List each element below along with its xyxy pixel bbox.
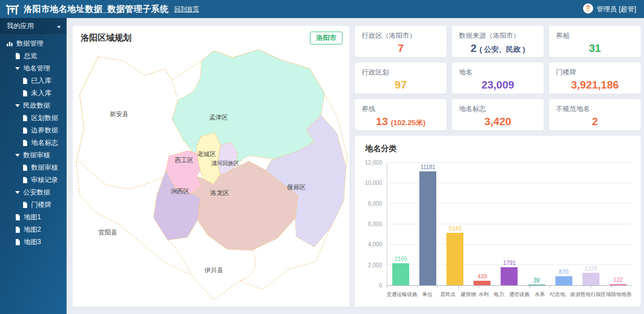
bar-group[interactable]: 5143 [441, 163, 468, 285]
stat-number: 3,921,186 [571, 79, 619, 91]
sidebar-nav: 数据管理 总览 地名管理 已入库 未入库 民政数据 [0, 35, 67, 248]
user-menu[interactable]: 管理员 [超管] [583, 3, 636, 15]
x-tick-label: 行政区域 [590, 291, 611, 298]
bar[interactable] [555, 276, 572, 285]
stat-value: 31 [556, 42, 634, 55]
sidebar-item-district-data[interactable]: 区划数据 [0, 112, 67, 124]
caret-down-icon [15, 191, 20, 194]
map-region-mengjin[interactable] [172, 50, 325, 165]
bar-group[interactable]: 11181 [414, 163, 441, 285]
bar-value-label: 1791 [503, 260, 515, 266]
bar[interactable] [582, 273, 599, 285]
stat-suffix: (102.25米) [391, 118, 426, 127]
bar-group[interactable]: 1791 [496, 163, 523, 285]
sidebar-item-review-group[interactable]: 数据审核 [0, 149, 67, 161]
bars: 2169 11181 [387, 163, 632, 285]
sidebar-item-review-records[interactable]: 审核记录 [0, 174, 67, 186]
sidebar-item-map2[interactable]: 地图2 [0, 223, 67, 236]
file-icon [23, 177, 28, 183]
stat-number: 2 [592, 116, 598, 127]
stat-value: 7 [362, 42, 440, 55]
caret-down-icon [15, 154, 20, 157]
x-tick-label: 居民点 [440, 291, 455, 298]
bar-value-label: 5143 [449, 225, 461, 232]
sidebar-item-label: 已入库 [31, 76, 51, 86]
city-badge[interactable]: 洛阳市 [310, 32, 343, 45]
stat-card: 地名标志 3,420 [452, 99, 544, 131]
sidebar-item-in-db[interactable]: 已入库 [0, 74, 67, 87]
x-tick: 陆地地形 [611, 286, 632, 298]
bar-value-label: 439 [477, 273, 487, 280]
sidebar-item-placename-mgmt[interactable]: 地名管理 [0, 62, 67, 74]
sidebar-item-boundary-data[interactable]: 边界数据 [0, 124, 67, 136]
map-panel: 洛阳区域规划 洛阳市 新安县 孟津区 西工区 [72, 25, 350, 307]
bar[interactable] [446, 233, 463, 285]
x-axis-labels: 交通运输设施 单位 居民点 [387, 286, 632, 298]
sidebar-item-label: 门楼牌 [31, 200, 51, 210]
sidebar-item-civil-data[interactable]: 民政数据 [0, 99, 67, 112]
stat-value: 3,420 [459, 116, 537, 128]
sidebar-item-data-review[interactable]: 数据审核 [0, 161, 67, 174]
file-icon [15, 227, 20, 233]
y-tick-label: 10,000 [365, 180, 382, 186]
bar[interactable] [528, 285, 545, 285]
file-icon [15, 214, 20, 220]
stat-card: 地名 23,009 [452, 62, 544, 94]
sidebar-item-door-plates[interactable]: 门楼牌 [0, 198, 67, 211]
bar-group[interactable]: 39 [523, 163, 550, 285]
stat-card: 数据来源（洛阳市） 2 ( 公安、民政 ) [452, 25, 544, 58]
district-map[interactable]: 新安县 孟津区 西工区 老城区 瀍河回族区 涧西区 洛龙区 偃师区 宜阳县 伊川… [73, 26, 350, 307]
sidebar-item-not-in-db[interactable]: 未入库 [0, 87, 67, 99]
sidebar-section-title: 我的应用 [7, 21, 34, 31]
bar-value-label: 39 [533, 277, 540, 284]
bar[interactable] [474, 281, 490, 285]
stat-label: 数据来源（洛阳市） [459, 31, 537, 41]
sidebar-item-label: 未入库 [31, 89, 51, 98]
bar-group[interactable]: 2169 [387, 163, 414, 285]
bar-value-label: 870 [559, 269, 568, 275]
map-region-laocheng[interactable] [196, 132, 221, 184]
x-tick-label: 纪念地、旅游胜地 [550, 291, 590, 298]
sidebar-item-label: 区划数据 [31, 113, 58, 123]
file-icon [23, 140, 28, 146]
plot-area: 2169 11181 [387, 163, 632, 286]
sidebar-item-label: 地图1 [24, 213, 41, 222]
y-tick-label: 4,000 [368, 241, 382, 247]
bar-value-label: 11181 [420, 164, 435, 170]
sidebar-item-data-management[interactable]: 数据管理 [0, 37, 67, 50]
bar-group[interactable]: 870 [550, 163, 577, 285]
home-link[interactable]: 回到首页 [174, 5, 199, 14]
sidebar-item-placename-signs[interactable]: 地名标志 [0, 136, 67, 149]
map-label: 新安县 [110, 110, 129, 117]
bar-group[interactable]: 1229 [577, 163, 604, 285]
sidebar-item-overview[interactable]: 总览 [0, 50, 67, 62]
bar[interactable] [419, 171, 436, 285]
map-label: 老城区 [198, 151, 216, 157]
bar[interactable] [501, 267, 518, 285]
bar-value-label: 2169 [395, 256, 407, 262]
y-axis-ticks: 02,0004,0006,0008,00010,00012,000 [361, 163, 387, 286]
x-tick-label: 陆地地形 [611, 291, 632, 298]
sidebar-item-police-data[interactable]: 公安数据 [0, 186, 67, 198]
bar[interactable] [392, 263, 409, 285]
x-tick: 水系 [529, 286, 550, 298]
x-tick: 纪念地、旅游胜地 [550, 286, 590, 298]
stat-value: 2 [556, 116, 634, 128]
sidebar-section-header[interactable]: 我的应用 ◄ [0, 18, 67, 35]
sidebar-item-label: 数据管理 [16, 39, 43, 48]
x-tick: 单位 [417, 286, 437, 298]
stat-value: 23,009 [459, 79, 537, 91]
sidebar-item-map3[interactable]: 地图3 [0, 236, 67, 248]
sidebar-collapse-icon[interactable]: ◄ [56, 24, 61, 29]
bar[interactable] [610, 284, 627, 285]
stat-value: 97 [362, 79, 440, 91]
sidebar-item-map1[interactable]: 地图1 [0, 211, 67, 223]
sidebar-item-label: 地图2 [24, 225, 41, 235]
bar-group[interactable]: 122 [604, 163, 632, 285]
stat-number: 31 [589, 42, 601, 54]
bar-chart-icon [7, 41, 13, 47]
file-icon [23, 127, 28, 134]
bar-group[interactable]: 439 [468, 163, 496, 285]
main-content: 洛阳区域规划 洛阳市 新安县 孟津区 西工区 [67, 18, 644, 314]
stat-card: 行政区（洛阳市） 7 [354, 25, 447, 58]
